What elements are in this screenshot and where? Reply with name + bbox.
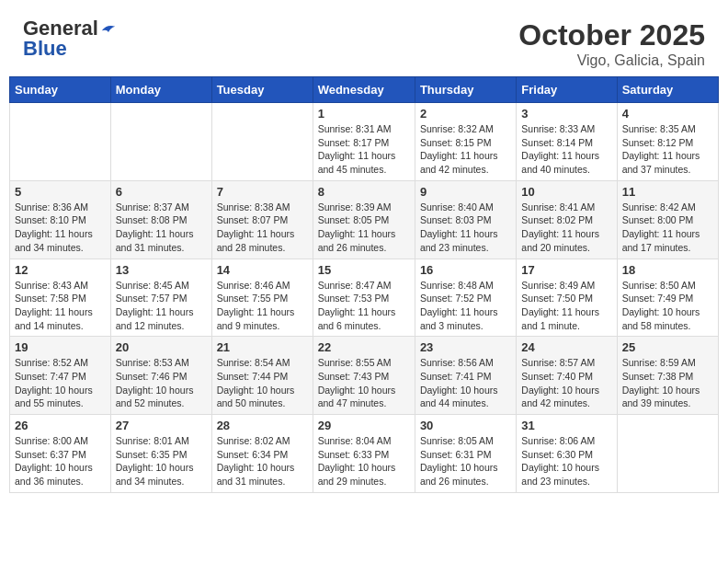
- logo-bird-icon: [100, 22, 117, 35]
- day-number: 15: [318, 263, 410, 277]
- calendar-cell: 13Sunrise: 8:45 AM Sunset: 7:57 PM Dayli…: [110, 259, 211, 337]
- day-info: Sunrise: 8:39 AM Sunset: 8:05 PM Dayligh…: [318, 201, 410, 255]
- calendar-cell: 3Sunrise: 8:33 AM Sunset: 8:14 PM Daylig…: [517, 103, 617, 181]
- day-info: Sunrise: 8:04 AM Sunset: 6:33 PM Dayligh…: [318, 434, 410, 488]
- calendar-cell: [10, 103, 111, 181]
- calendar-cell: 12Sunrise: 8:43 AM Sunset: 7:58 PM Dayli…: [10, 259, 111, 337]
- day-number: 7: [217, 185, 308, 199]
- day-info: Sunrise: 8:00 AM Sunset: 6:37 PM Dayligh…: [15, 434, 106, 488]
- calendar-cell: 22Sunrise: 8:55 AM Sunset: 7:43 PM Dayli…: [313, 337, 415, 415]
- calendar-cell: 15Sunrise: 8:47 AM Sunset: 7:53 PM Dayli…: [313, 259, 415, 337]
- day-info: Sunrise: 8:46 AM Sunset: 7:55 PM Dayligh…: [217, 279, 308, 333]
- calendar-cell: 16Sunrise: 8:48 AM Sunset: 7:52 PM Dayli…: [415, 259, 516, 337]
- day-number: 29: [318, 419, 410, 432]
- day-number: 6: [116, 185, 207, 199]
- day-info: Sunrise: 8:50 AM Sunset: 7:49 PM Dayligh…: [622, 279, 713, 333]
- day-number: 2: [420, 107, 511, 121]
- day-info: Sunrise: 8:35 AM Sunset: 8:12 PM Dayligh…: [622, 122, 713, 177]
- day-info: Sunrise: 8:43 AM Sunset: 7:58 PM Dayligh…: [15, 279, 106, 333]
- day-info: Sunrise: 8:48 AM Sunset: 7:52 PM Dayligh…: [420, 279, 511, 333]
- calendar-cell: 6Sunrise: 8:37 AM Sunset: 8:08 PM Daylig…: [110, 180, 211, 259]
- calendar-cell: 29Sunrise: 8:04 AM Sunset: 6:33 PM Dayli…: [313, 415, 415, 493]
- calendar-cell: 7Sunrise: 8:38 AM Sunset: 8:07 PM Daylig…: [211, 180, 313, 259]
- day-number: 27: [116, 419, 207, 432]
- day-number: 14: [217, 263, 308, 277]
- calendar-cell: 14Sunrise: 8:46 AM Sunset: 7:55 PM Dayli…: [211, 259, 313, 337]
- calendar-cell: 1Sunrise: 8:31 AM Sunset: 8:17 PM Daylig…: [313, 103, 415, 181]
- day-number: 13: [116, 263, 207, 277]
- day-number: 26: [15, 419, 106, 432]
- day-number: 16: [420, 263, 511, 277]
- day-info: Sunrise: 8:55 AM Sunset: 7:43 PM Dayligh…: [318, 356, 410, 410]
- day-info: Sunrise: 8:41 AM Sunset: 8:02 PM Dayligh…: [521, 201, 611, 255]
- calendar-cell: 26Sunrise: 8:00 AM Sunset: 6:37 PM Dayli…: [10, 415, 111, 493]
- calendar-cell: 21Sunrise: 8:54 AM Sunset: 7:44 PM Dayli…: [211, 337, 313, 415]
- day-info: Sunrise: 8:05 AM Sunset: 6:31 PM Dayligh…: [420, 434, 511, 488]
- title-block: October 2025 Vigo, Galicia, Spain: [518, 18, 705, 69]
- calendar-week-row: 12Sunrise: 8:43 AM Sunset: 7:58 PM Dayli…: [10, 259, 719, 337]
- day-info: Sunrise: 8:37 AM Sunset: 8:08 PM Dayligh…: [116, 201, 207, 255]
- day-info: Sunrise: 8:45 AM Sunset: 7:57 PM Dayligh…: [116, 279, 207, 333]
- day-number: 21: [217, 340, 308, 354]
- calendar-week-row: 5Sunrise: 8:36 AM Sunset: 8:10 PM Daylig…: [10, 180, 719, 259]
- page-header: General Blue October 2025 Vigo, Galicia,…: [9, 9, 719, 76]
- calendar-cell: 31Sunrise: 8:06 AM Sunset: 6:30 PM Dayli…: [517, 415, 617, 493]
- day-number: 19: [15, 340, 106, 354]
- page-subtitle: Vigo, Galicia, Spain: [518, 52, 705, 69]
- day-number: 24: [521, 340, 611, 354]
- calendar-cell: [110, 103, 211, 181]
- day-info: Sunrise: 8:33 AM Sunset: 8:14 PM Dayligh…: [521, 122, 611, 177]
- weekday-header-friday: Friday: [517, 77, 617, 103]
- day-info: Sunrise: 8:31 AM Sunset: 8:17 PM Dayligh…: [318, 122, 410, 177]
- calendar-cell: 5Sunrise: 8:36 AM Sunset: 8:10 PM Daylig…: [10, 180, 111, 259]
- day-info: Sunrise: 8:49 AM Sunset: 7:50 PM Dayligh…: [521, 279, 611, 333]
- calendar-cell: 28Sunrise: 8:02 AM Sunset: 6:34 PM Dayli…: [211, 415, 313, 493]
- day-number: 10: [521, 185, 611, 199]
- day-info: Sunrise: 8:54 AM Sunset: 7:44 PM Dayligh…: [217, 356, 308, 410]
- day-info: Sunrise: 8:47 AM Sunset: 7:53 PM Dayligh…: [318, 279, 410, 333]
- calendar-cell: 17Sunrise: 8:49 AM Sunset: 7:50 PM Dayli…: [517, 259, 617, 337]
- weekday-header-thursday: Thursday: [415, 77, 516, 103]
- day-number: 1: [318, 107, 410, 121]
- weekday-header-wednesday: Wednesday: [313, 77, 415, 103]
- weekday-header-monday: Monday: [110, 77, 211, 103]
- day-number: 28: [217, 419, 308, 432]
- logo-blue-text: Blue: [23, 39, 67, 59]
- day-info: Sunrise: 8:32 AM Sunset: 8:15 PM Dayligh…: [420, 122, 511, 177]
- calendar-cell: 30Sunrise: 8:05 AM Sunset: 6:31 PM Dayli…: [415, 415, 516, 493]
- calendar-cell: 18Sunrise: 8:50 AM Sunset: 7:49 PM Dayli…: [617, 259, 718, 337]
- calendar-cell: 2Sunrise: 8:32 AM Sunset: 8:15 PM Daylig…: [415, 103, 516, 181]
- day-number: 22: [318, 340, 410, 354]
- calendar-cell: 19Sunrise: 8:52 AM Sunset: 7:47 PM Dayli…: [10, 337, 111, 415]
- day-number: 18: [622, 263, 713, 277]
- day-info: Sunrise: 8:38 AM Sunset: 8:07 PM Dayligh…: [217, 201, 308, 255]
- day-info: Sunrise: 8:06 AM Sunset: 6:30 PM Dayligh…: [521, 434, 611, 488]
- day-number: 11: [622, 185, 713, 199]
- day-number: 9: [420, 185, 511, 199]
- day-number: 4: [622, 107, 713, 121]
- calendar-cell: 20Sunrise: 8:53 AM Sunset: 7:46 PM Dayli…: [110, 337, 211, 415]
- calendar-cell: 25Sunrise: 8:59 AM Sunset: 7:38 PM Dayli…: [617, 337, 718, 415]
- day-number: 23: [420, 340, 511, 354]
- calendar-header-row: SundayMondayTuesdayWednesdayThursdayFrid…: [10, 77, 719, 103]
- calendar-cell: 23Sunrise: 8:56 AM Sunset: 7:41 PM Dayli…: [415, 337, 516, 415]
- day-number: 12: [15, 263, 106, 277]
- logo-general-text: General: [23, 18, 98, 39]
- weekday-header-saturday: Saturday: [617, 77, 718, 103]
- day-info: Sunrise: 8:40 AM Sunset: 8:03 PM Dayligh…: [420, 201, 511, 255]
- day-info: Sunrise: 8:56 AM Sunset: 7:41 PM Dayligh…: [420, 356, 511, 410]
- calendar-cell: 10Sunrise: 8:41 AM Sunset: 8:02 PM Dayli…: [517, 180, 617, 259]
- calendar-cell: 11Sunrise: 8:42 AM Sunset: 8:00 PM Dayli…: [617, 180, 718, 259]
- page-title: October 2025: [518, 18, 705, 52]
- calendar-cell: 9Sunrise: 8:40 AM Sunset: 8:03 PM Daylig…: [415, 180, 516, 259]
- calendar-cell: 24Sunrise: 8:57 AM Sunset: 7:40 PM Dayli…: [517, 337, 617, 415]
- calendar-cell: 27Sunrise: 8:01 AM Sunset: 6:35 PM Dayli…: [110, 415, 211, 493]
- day-number: 5: [15, 185, 106, 199]
- day-info: Sunrise: 8:53 AM Sunset: 7:46 PM Dayligh…: [116, 356, 207, 410]
- logo: General Blue: [23, 18, 117, 59]
- day-number: 31: [521, 419, 611, 432]
- day-info: Sunrise: 8:59 AM Sunset: 7:38 PM Dayligh…: [622, 356, 713, 410]
- day-number: 25: [622, 340, 713, 354]
- weekday-header-sunday: Sunday: [10, 77, 111, 103]
- day-info: Sunrise: 8:36 AM Sunset: 8:10 PM Dayligh…: [15, 201, 106, 255]
